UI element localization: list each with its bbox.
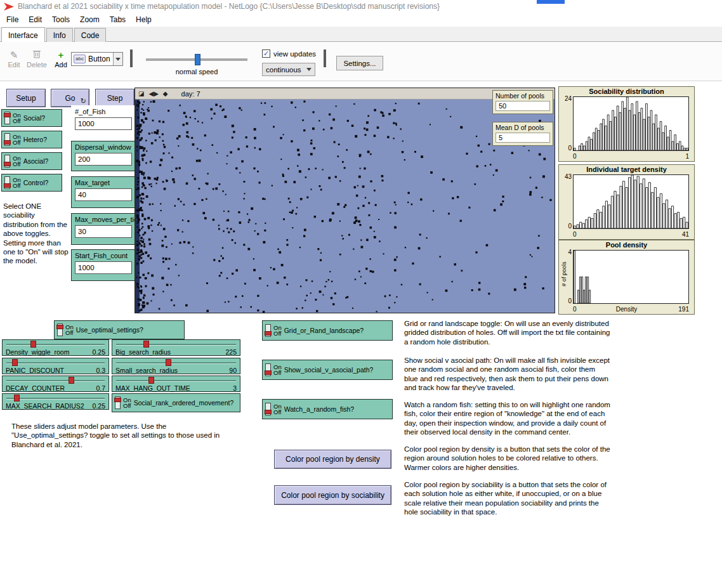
view-header: ◪◀▶◆day: 7 — [135, 88, 555, 100]
slider-track — [5, 395, 106, 402]
slider-max_search2[interactable]: MAX_SEARCH_RADIUS20.25 — [2, 393, 109, 410]
slider-small_search[interactable]: Small_search_radius90 — [112, 358, 240, 374]
slider-handle[interactable] — [148, 377, 154, 384]
edit-tool-button[interactable]: ✎ Edit — [3, 49, 25, 69]
input-field[interactable]: 1000 — [75, 117, 132, 130]
slider-density_wiggle[interactable]: Density_wiggle_room0.25 — [2, 339, 109, 356]
toolbar: ✎ Edit Delete + Add abc Button normal sp… — [0, 42, 722, 81]
menu-help[interactable]: Help — [131, 13, 157, 26]
menu-edit[interactable]: Edit — [23, 13, 47, 26]
input-field[interactable]: 200 — [75, 153, 132, 166]
switch-knob[interactable] — [265, 410, 272, 414]
button-label: Step — [107, 94, 123, 103]
slider-panic[interactable]: PANIC_DISCOUNT0.3 — [2, 358, 109, 374]
input-field[interactable]: 1000 — [75, 261, 132, 274]
switch-hetero[interactable]: OnOffHetero? — [1, 131, 62, 148]
speed-slider[interactable] — [146, 58, 247, 61]
view-updates-checkbox[interactable]: ✓ view updates — [262, 49, 316, 58]
button-label: Go — [65, 94, 75, 103]
update-mode-dropdown[interactable]: continuous — [262, 63, 315, 76]
updates-control: ✓ view updates continuous — [262, 49, 316, 76]
input-field[interactable]: 30 — [75, 225, 132, 238]
view-edit-icon[interactable]: ◪ — [138, 89, 144, 99]
switch-control[interactable]: OnOffControl? — [1, 174, 62, 192]
button-go[interactable]: Go↻ — [51, 89, 89, 107]
switch-knob[interactable] — [4, 140, 11, 145]
slider-handle[interactable] — [69, 377, 74, 384]
slider-groove — [6, 398, 105, 400]
slider-row: MAX_SEARCH_RADIUS20.25 — [5, 402, 106, 410]
switch-track — [4, 112, 10, 124]
switch-knob[interactable] — [114, 398, 121, 402]
plot-x-max-label: 41 — [682, 231, 689, 238]
slider-row: MAX_HANG_OUT_TIME3 — [115, 384, 237, 392]
slider-hang_out[interactable]: MAX_HANG_OUT_TIME3 — [112, 376, 240, 392]
toolbar-separator — [324, 49, 326, 67]
menu-file[interactable]: File — [1, 13, 23, 26]
forever-loop-icon: ↻ — [81, 97, 86, 105]
switch-knob[interactable] — [4, 113, 11, 117]
switch-track — [265, 363, 271, 376]
plot-title: Individual target density — [559, 166, 694, 173]
button-color_density[interactable]: Color pool region by density — [274, 450, 391, 469]
switch-track — [57, 323, 63, 336]
plot-sociability: Sociability distribution24001 — [558, 86, 695, 162]
slider-handle[interactable] — [166, 359, 171, 366]
switch-knob[interactable] — [265, 370, 272, 375]
plot-y-min-label: 0 — [560, 297, 572, 304]
slider-big_search[interactable]: Big_search_radius225 — [112, 339, 240, 356]
switch-asocial[interactable]: OnOffAsocial? — [1, 152, 62, 170]
view-horizontal-arrows-icon[interactable]: ◀▶ — [148, 89, 158, 99]
widget-type-dropdown[interactable]: abc Button — [71, 52, 123, 66]
plot-target_density: Individual target density430041 — [558, 164, 695, 240]
settings-button[interactable]: Settings... — [336, 56, 383, 70]
tab-interface[interactable]: Interface — [1, 27, 45, 42]
speed-slider-handle[interactable] — [195, 54, 200, 65]
menu-tools[interactable]: Tools — [47, 13, 75, 26]
switch-use_optimal[interactable]: OnOffUse_optimal_settings? — [54, 320, 185, 339]
netlogo-logo-icon — [4, 3, 14, 11]
slider-handle[interactable] — [30, 341, 36, 348]
switch-knob[interactable] — [56, 325, 63, 329]
button-step[interactable]: Step — [95, 89, 135, 107]
switch-off-label: Off — [273, 370, 282, 376]
slider-track — [115, 377, 237, 384]
slider-handle[interactable] — [143, 341, 149, 348]
slider-handle[interactable] — [14, 395, 20, 402]
switch-onoff-labels: OnOff — [273, 325, 282, 337]
slider-groove — [6, 380, 105, 382]
tab-info[interactable]: Info — [46, 28, 73, 42]
switch-social_rank[interactable]: OnOffSocial_rank_ordered_movement? — [112, 393, 240, 412]
switch-off-label: Off — [13, 118, 21, 124]
input-num_fish: #_of_Fish1000 — [71, 105, 136, 137]
switch-knob[interactable] — [4, 183, 11, 188]
switch-off-label: Off — [123, 403, 131, 409]
slider-handle[interactable] — [12, 359, 18, 366]
slider-track — [115, 359, 237, 367]
menu-zoom[interactable]: Zoom — [75, 13, 105, 26]
checkbox-check-icon: ✓ — [262, 49, 270, 58]
add-tool-label: Add — [55, 61, 67, 69]
switch-knob[interactable] — [4, 162, 11, 166]
switch-label: Asocial? — [23, 157, 49, 165]
input-label: Max_target — [75, 179, 132, 186]
add-tool-button[interactable]: + Add — [49, 49, 72, 69]
menu-bar: File Edit Tools Zoom Tabs Help — [0, 13, 722, 27]
input-dispersal: Dispersal_window200 — [71, 141, 136, 171]
switch-watch_fish[interactable]: OnOffWatch_a_random_fish? — [262, 399, 393, 419]
slider-decay[interactable]: DECAY_COUNTER0.7 — [2, 376, 109, 392]
switch-grid_rand[interactable]: OnOffGrid_or_Rand_landscape? — [262, 320, 393, 341]
button-setup[interactable]: Setup — [6, 89, 46, 107]
switch-knob[interactable] — [265, 331, 272, 336]
input-field[interactable]: 40 — [75, 188, 132, 201]
view-vertical-arrows-icon[interactable]: ◆ — [163, 89, 168, 99]
switch-social[interactable]: OnOffSocial? — [1, 109, 62, 127]
switch-show_path[interactable]: OnOffShow_social_v_asocial_path? — [262, 360, 393, 380]
menu-tabs[interactable]: Tabs — [105, 13, 131, 26]
button-color_sociability[interactable]: Color pool region by sociability — [274, 485, 391, 505]
switch-label: Hetero? — [23, 136, 47, 143]
monitor-num_pools: Number of pools50 — [492, 90, 553, 114]
switch-off-label: Off — [273, 409, 282, 415]
delete-tool-button[interactable]: Delete — [25, 49, 48, 69]
tab-code[interactable]: Code — [74, 28, 107, 42]
